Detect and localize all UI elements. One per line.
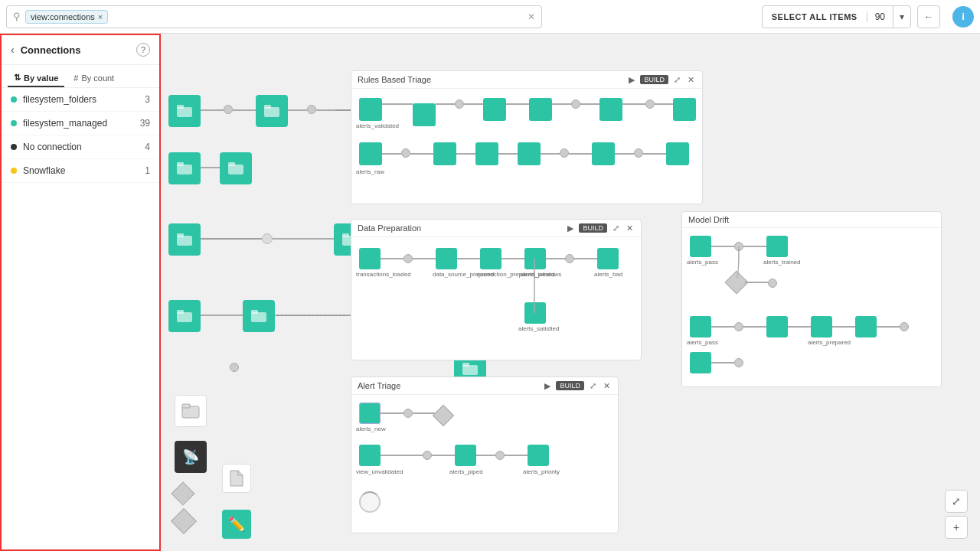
sort-value-icon: ⇅	[14, 73, 21, 83]
pline	[743, 326, 766, 328]
circle-node	[262, 233, 273, 244]
tab-by-value[interactable]: ⇅ By value	[8, 70, 64, 87]
pline	[432, 455, 455, 456]
pline	[745, 282, 768, 283]
pcirc	[423, 451, 432, 460]
pcirc	[571, 99, 580, 109]
curve-svg	[524, 248, 562, 324]
pcirc	[645, 99, 655, 109]
top-bar: ⚲ view:connections × ✕ SELECT ALL ITEMS …	[0, 0, 980, 34]
bg-node-file	[222, 464, 251, 493]
pcirc	[560, 148, 569, 158]
pnode	[592, 142, 615, 165]
pline	[643, 153, 666, 155]
pcirc	[403, 409, 413, 418]
canvas-area[interactable]: ✦ 📡 ✏️	[161, 34, 980, 551]
bg-node-6	[220, 152, 252, 184]
dot-teal-icon	[11, 96, 17, 103]
svg-rect-3	[264, 105, 271, 109]
play-icon[interactable]: ▶	[542, 380, 553, 391]
pipeline-content: alerts_validated alerts_raw	[351, 89, 702, 196]
tab-by-count[interactable]: # By count	[67, 70, 120, 87]
item-count: 4	[145, 142, 150, 152]
pline	[655, 103, 674, 105]
main-layout: ‹ Connections ? ⇅ By value # By count fi…	[0, 34, 980, 551]
close-icon[interactable]: ✕	[685, 74, 696, 85]
node-label: alerts_pass	[687, 259, 714, 266]
node-label: alerts_validated	[356, 122, 387, 129]
node-label: alerts_pass	[687, 339, 714, 346]
maximize-icon[interactable]: ⤢	[610, 223, 621, 233]
pcirc	[495, 451, 505, 460]
pcirc	[401, 148, 410, 158]
maximize-icon[interactable]: ⤢	[671, 74, 682, 85]
select-all-button[interactable]: SELECT ALL ITEMS 90 ▾	[762, 5, 911, 28]
pnode	[455, 445, 476, 466]
search-box[interactable]: ⚲ view:connections × ✕	[6, 5, 542, 28]
back-icon: ←	[924, 11, 933, 22]
pline	[498, 153, 518, 155]
svg-rect-25	[182, 404, 190, 408]
sidebar-item-filesystem-folders[interactable]: filesystem_folders 3	[2, 88, 159, 112]
pipeline-content: alerts_pass alerts_trained alerts_pass a…	[682, 228, 941, 377]
pcirc	[565, 254, 574, 263]
item-name: Snowflake	[23, 165, 145, 176]
node-label: alerts_raw	[356, 168, 383, 175]
item-count: 3	[145, 94, 150, 105]
maximize-icon[interactable]: ⤢	[587, 380, 598, 391]
node-label: alerts_new	[356, 425, 383, 432]
search-icon: ⚲	[13, 11, 21, 22]
node-label: data_source_prepared	[433, 271, 459, 278]
item-count: 39	[140, 118, 150, 129]
node-label: alerts_piped	[449, 468, 476, 475]
pnode	[766, 316, 788, 337]
select-all-label: SELECT ALL ITEMS	[763, 12, 867, 21]
pline	[569, 153, 592, 155]
search-clear-btn[interactable]: ✕	[528, 11, 535, 22]
zoom-in-button[interactable]: +	[945, 516, 968, 539]
search-tag-close[interactable]: ×	[98, 12, 103, 21]
line	[273, 238, 334, 240]
sidebar-item-filesystem-managed[interactable]: filesystem_managed 39	[2, 112, 159, 135]
pipeline-model-drift: Model Drift	[681, 211, 942, 387]
pline	[711, 362, 734, 364]
sidebar-help-button[interactable]: ?	[136, 43, 150, 57]
pline	[464, 103, 483, 105]
pline	[413, 412, 436, 414]
select-all-count: 90	[867, 11, 893, 22]
close-icon[interactable]: ✕	[624, 223, 635, 233]
pline	[541, 153, 560, 155]
pnode	[359, 445, 381, 466]
pnode	[483, 98, 506, 121]
play-icon[interactable]: ▶	[626, 74, 637, 85]
pline	[615, 153, 634, 155]
line	[201, 109, 224, 111]
sort-count-icon: #	[74, 73, 78, 83]
pipeline-rules-based-triage: Rules Based Triage ▶ BUILD ⤢ ✕	[351, 70, 703, 204]
pline	[381, 258, 403, 259]
bg-node-2	[256, 95, 288, 127]
pipeline-content: transactions_loaded data_source_prepared…	[351, 237, 641, 352]
chevron-down-icon[interactable]: ▾	[893, 6, 910, 28]
expand-button[interactable]: ⤢	[945, 490, 968, 513]
pline	[574, 258, 597, 259]
sidebar-items-list: filesystem_folders 3 filesystem_managed …	[2, 88, 159, 549]
back-arrow-button[interactable]: ←	[917, 5, 940, 28]
pline	[580, 103, 599, 105]
close-icon[interactable]: ✕	[601, 380, 612, 391]
pcirc	[768, 279, 777, 288]
pnode	[480, 248, 501, 269]
plus-icon: +	[953, 521, 959, 533]
pnode	[359, 403, 381, 424]
info-button[interactable]: i	[952, 6, 974, 28]
bg-node-10	[168, 300, 201, 332]
node-label: view_unvalidated	[356, 468, 387, 475]
sidebar-item-no-connection[interactable]: No connection 4	[2, 135, 159, 159]
pline	[505, 455, 528, 456]
sidebar-item-snowflake[interactable]: Snowflake 1	[2, 159, 159, 183]
pcirc	[734, 358, 743, 367]
item-name: filesystem_folders	[23, 94, 145, 105]
sidebar-back-icon[interactable]: ‹	[11, 44, 15, 56]
play-icon[interactable]: ▶	[565, 223, 576, 233]
pline	[877, 326, 900, 328]
